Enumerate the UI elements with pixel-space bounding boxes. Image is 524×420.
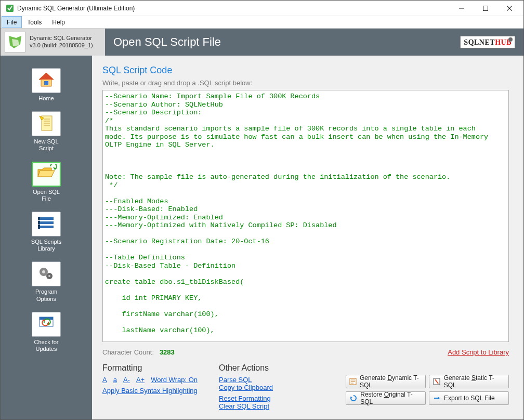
sidebar-item-sql-scripts-library[interactable]: SQL Scripts Library	[29, 212, 64, 252]
generate-dynamic-icon	[349, 377, 357, 386]
format-syntax-highlight-link[interactable]: Apply Basic Syntax Highlighting	[102, 387, 198, 395]
sidebar-item-check-for-updates[interactable]: Check for Updates	[29, 312, 64, 352]
clear-sql-script-link[interactable]: Clear SQL Script	[219, 402, 269, 410]
header-right: Open SQL Script File SQLNETHUB	[105, 29, 523, 56]
sidebar-item-open-sql-file[interactable]: Open SQL File	[29, 162, 64, 202]
copy-to-clipboard-link[interactable]: Copy to Clipboard	[219, 384, 273, 391]
sidebar-item-home[interactable]: Home	[29, 68, 64, 102]
page-title: Open SQL Script File	[113, 35, 221, 49]
export-to-sql-file-button[interactable]: Export to SQL File	[429, 391, 509, 405]
sql-editor[interactable]: --Scenario Name: Import Sample File of 3…	[103, 90, 508, 342]
brand-logo: SQLNETHUB	[460, 36, 515, 48]
window-title: Dynamic SQL Generator (Ultimate Edition)	[17, 5, 135, 12]
app-name-label: Dynamic SQL Generator	[30, 35, 93, 42]
sidebar: Home New SQL Script Open SQL File SQL Sc…	[1, 56, 92, 419]
minimize-button[interactable]	[450, 1, 474, 16]
format-wordwrap-link[interactable]: Word Wrap: On	[151, 376, 198, 384]
open-folder-icon	[36, 164, 57, 183]
format-font-decrease-link[interactable]: A-	[123, 376, 130, 384]
svg-rect-17	[39, 217, 54, 220]
main-panel: SQL Script Code Write, paste or drag and…	[92, 56, 523, 419]
parse-sql-link[interactable]: Parse SQL	[219, 376, 276, 384]
library-icon	[37, 214, 56, 233]
svg-point-24	[42, 270, 45, 273]
svg-marker-8	[39, 73, 54, 80]
menu-file[interactable]: File	[2, 16, 22, 28]
menubar: File Tools Help	[1, 16, 523, 29]
new-script-icon	[37, 114, 55, 134]
svg-rect-2	[483, 6, 488, 10]
app-icon	[6, 4, 14, 12]
svg-rect-21	[38, 221, 40, 225]
svg-marker-34	[438, 397, 440, 400]
format-uppercase-link[interactable]: A	[102, 376, 107, 384]
svg-marker-33	[350, 397, 352, 398]
menu-tools[interactable]: Tools	[22, 16, 47, 28]
section-title: SQL Script Code	[102, 65, 509, 76]
svg-rect-19	[39, 226, 54, 228]
format-lowercase-link[interactable]: a	[113, 376, 117, 384]
svg-point-26	[48, 275, 50, 277]
gear-icon	[37, 265, 56, 284]
home-icon	[37, 72, 56, 90]
formatting-heading: Formatting	[102, 363, 206, 373]
restore-icon	[349, 394, 357, 402]
updates-icon	[37, 314, 56, 334]
svg-rect-18	[39, 221, 54, 224]
header-strip: Dynamic SQL Generator v3.0 (build: 20180…	[1, 29, 523, 56]
generate-dynamic-tsql-button[interactable]: Generate Dynamic T-SQL	[346, 375, 426, 388]
generate-static-tsql-button[interactable]: Generate Static T-SQL	[429, 375, 509, 388]
sidebar-item-new-sql-script[interactable]: New SQL Script	[29, 111, 64, 152]
other-actions-heading: Other Actions	[219, 363, 333, 373]
app-version-label: v3.0 (build: 20180509_1)	[30, 42, 93, 49]
header-left: Dynamic SQL Generator v3.0 (build: 20180…	[1, 29, 105, 56]
export-icon	[433, 394, 441, 402]
svg-marker-6	[12, 39, 19, 46]
svg-rect-22	[38, 225, 40, 229]
restore-original-tsql-button[interactable]: Restore Original T-SQL	[346, 391, 426, 405]
svg-rect-9	[44, 81, 48, 85]
titlebar: Dynamic SQL Generator (Ultimate Edition)	[1, 1, 523, 16]
format-font-increase-link[interactable]: A+	[136, 376, 145, 384]
maximize-button[interactable]	[474, 1, 497, 16]
editor-container: --Scenario Name: Import Sample File of 3…	[102, 90, 509, 342]
sidebar-item-program-options[interactable]: Program Options	[29, 261, 64, 302]
menu-help[interactable]: Help	[47, 16, 70, 28]
generate-static-icon	[433, 377, 441, 386]
reset-formatting-link[interactable]: Reset Formatting	[219, 395, 276, 402]
char-count: Character Count: 3283	[102, 348, 175, 356]
add-script-to-library-link[interactable]: Add Script to Library	[448, 348, 509, 356]
editor-hint: Write, paste or drag and drop a .SQL scr…	[102, 79, 509, 87]
app-logo-icon	[5, 32, 25, 52]
close-button[interactable]	[497, 1, 521, 16]
svg-rect-20	[38, 217, 40, 220]
